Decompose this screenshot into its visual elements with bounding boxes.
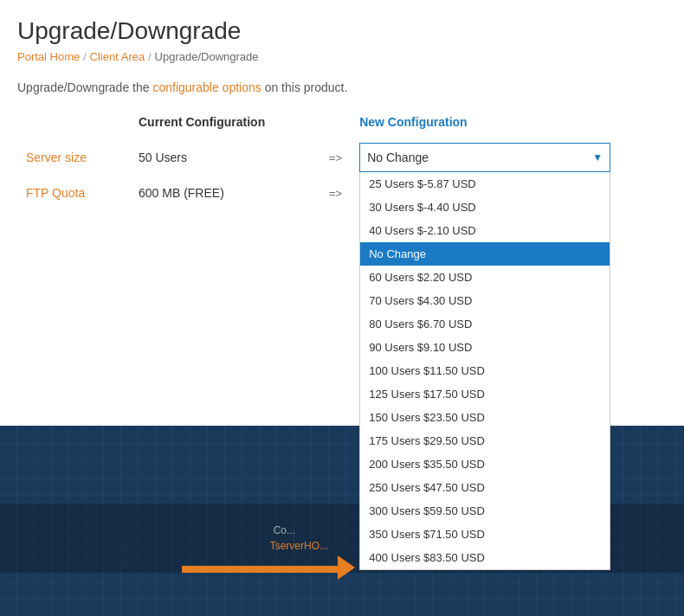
ftp-quota-arrow: => (320, 179, 351, 212)
dropdown-item[interactable]: 300 Users $59.50 USD (360, 499, 610, 523)
table-row-server-size: Server size 50 Users => No Change ▼ 25 U… (17, 136, 667, 179)
breadcrumb-sep-2: / (148, 51, 151, 63)
col-header-current: Current Configuration (130, 110, 320, 136)
breadcrumb: Portal Home / Client Area / Upgrade/Down… (17, 50, 667, 63)
server-size-dropdown[interactable]: No Change ▼ (359, 143, 610, 172)
dropdown-item[interactable]: 40 Users $-2.10 USD (360, 219, 610, 242)
ftp-quota-label: FTP Quota (17, 179, 130, 212)
arrow-annotation (182, 558, 355, 580)
ftp-quota-current: 600 MB (FREE) (130, 179, 320, 212)
dropdown-item[interactable]: No Change (360, 242, 610, 266)
dropdown-selected-label: No Change (367, 151, 429, 164)
breadcrumb-current: Upgrade/Downgrade (155, 50, 259, 63)
page-description: Upgrade/Downgrade the configurable optio… (17, 80, 667, 94)
config-table: Current Configuration New Configuration … (17, 110, 667, 255)
dropdown-list[interactable]: 25 Users $-5.87 USD30 Users $-4.40 USD40… (359, 172, 610, 570)
dropdown-item[interactable]: 100 Users $11.50 USD (360, 359, 610, 382)
arrow-head-icon (338, 555, 355, 580)
server-size-new-config: No Change ▼ 25 Users $-5.87 USD30 Users … (351, 136, 667, 179)
breadcrumb-portal-home[interactable]: Portal Home (17, 50, 80, 63)
dropdown-item[interactable]: 30 Users $-4.40 USD (360, 196, 610, 219)
dropdown-item[interactable]: 70 Users $4.30 USD (360, 289, 610, 312)
dropdown-item[interactable]: 175 Users $29.50 USD (360, 429, 610, 452)
dropdown-item[interactable]: 60 Users $2.20 USD (360, 266, 610, 289)
page-header: Upgrade/Downgrade Portal Home / Client A… (0, 0, 684, 68)
btn-cell-empty-2 (130, 212, 320, 255)
dropdown-item[interactable]: 150 Users $23.50 USD (360, 406, 610, 429)
server-size-label: Server size (17, 136, 130, 179)
server-size-dropdown-wrapper: No Change ▼ 25 Users $-5.87 USD30 Users … (359, 143, 610, 172)
col-header-empty (17, 110, 130, 136)
col-header-new: New Configuration (351, 110, 667, 136)
dropdown-caret-icon: ▼ (592, 151, 603, 164)
arrow-shaft (182, 566, 338, 573)
dropdown-item[interactable]: 80 Users $6.70 USD (360, 312, 610, 336)
page-content: Upgrade/Downgrade the configurable optio… (0, 68, 684, 279)
dropdown-item[interactable]: 90 Users $9.10 USD (360, 336, 610, 359)
server-size-arrow: => (320, 136, 351, 179)
dropdown-item[interactable]: 25 Users $-5.87 USD (360, 172, 610, 196)
col-header-arrow (320, 110, 351, 136)
page-title: Upgrade/Downgrade (17, 17, 667, 45)
btn-cell-empty-3 (320, 212, 351, 255)
dropdown-item[interactable]: 125 Users $17.50 USD (360, 382, 610, 406)
dropdown-item[interactable]: 250 Users $47.50 USD (360, 476, 610, 499)
server-size-current: 50 Users (130, 136, 320, 179)
btn-cell-empty-1 (17, 212, 130, 255)
dropdown-item[interactable]: 350 Users $71.50 USD (360, 523, 610, 546)
dropdown-item[interactable]: 400 Users $83.50 USD (360, 546, 610, 569)
breadcrumb-client-area[interactable]: Client Area (90, 50, 145, 63)
breadcrumb-sep-1: / (83, 51, 86, 63)
dropdown-item[interactable]: 200 Users $35.50 USD (360, 452, 610, 476)
configurable-options-link[interactable]: configurable options (152, 80, 261, 94)
dropdown-item[interactable]: 450 Users $95.50 USD (360, 569, 610, 570)
